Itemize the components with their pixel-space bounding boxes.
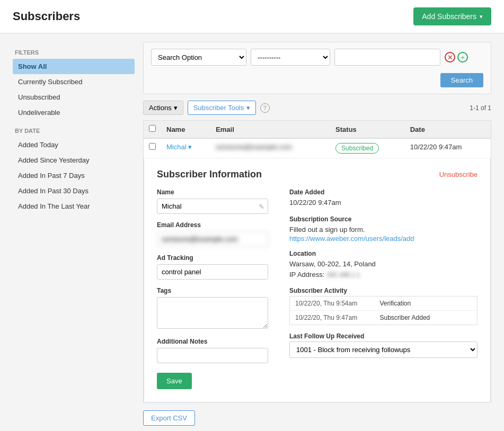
unsubscribe-link[interactable]: Unsubscribe bbox=[439, 170, 478, 178]
subscriber-tools-chevron-icon: ▾ bbox=[246, 104, 250, 112]
filters-label: FILTERS bbox=[13, 49, 135, 56]
table-header-checkbox bbox=[144, 121, 162, 139]
remove-search-icon[interactable]: ✕ bbox=[445, 52, 455, 62]
sidebar-item-added-past-7[interactable]: Added In Past 7 Days bbox=[13, 168, 135, 183]
export-row: Export CSV bbox=[143, 410, 491, 426]
sidebar-item-currently-subscribed[interactable]: Currently Subscribed bbox=[13, 74, 135, 89]
search-option-select[interactable]: Search Option Name Email Ad Tracking Tag… bbox=[151, 49, 246, 66]
row-status-cell: Subscribed bbox=[330, 138, 405, 158]
row-date-cell: 10/22/20 9:47am bbox=[405, 138, 491, 158]
toolbar: Actions ▾ Subscriber Tools ▾ ? 1-1 of 1 bbox=[143, 101, 491, 115]
name-chevron-icon: ▾ bbox=[188, 143, 192, 151]
followup-label: Last Follow Up Received bbox=[289, 333, 478, 340]
subscriber-tools-dropdown-button[interactable]: Subscriber Tools ▾ bbox=[188, 101, 256, 115]
name-label: Name bbox=[157, 188, 268, 196]
help-icon[interactable]: ? bbox=[260, 103, 270, 113]
add-subscribers-button[interactable]: Add Subscribers ▾ bbox=[413, 7, 491, 25]
activity-date-2: 10/22/20, Thu 9:47am bbox=[290, 311, 375, 325]
add-subscribers-chevron-icon: ▾ bbox=[480, 13, 483, 20]
activity-row: 10/22/20, Thu 9:54am Verification bbox=[290, 297, 478, 311]
tags-label: Tags bbox=[157, 287, 268, 294]
name-input[interactable] bbox=[157, 199, 268, 214]
email-label: Email Address bbox=[157, 221, 268, 229]
main-content: FILTERS Show All Currently Subscribed Un… bbox=[0, 33, 504, 431]
search-icons: ✕ + bbox=[445, 52, 468, 62]
subscriber-activity-label: Subscriber Activity bbox=[289, 287, 478, 294]
info-columns: Name ✎ Email Address bbox=[157, 188, 478, 389]
sidebar-item-unsubscribed[interactable]: Unsubscribed bbox=[13, 89, 135, 105]
subscriber-name-link[interactable]: Michal ▾ bbox=[166, 143, 205, 151]
subscription-source-text: Filled out a sign up form. bbox=[289, 225, 478, 235]
right-panel: Search Option Name Email Ad Tracking Tag… bbox=[143, 42, 491, 426]
by-date-label: BY DATE bbox=[13, 128, 135, 134]
subscriber-info-row: Subscriber Information Unsubscribe Name bbox=[144, 158, 491, 403]
sidebar-item-show-all[interactable]: Show All bbox=[13, 59, 135, 74]
status-badge: Subscribed bbox=[335, 143, 379, 154]
name-field-group: Name ✎ bbox=[157, 188, 268, 214]
search-bar: Search Option Name Email Ad Tracking Tag… bbox=[143, 42, 491, 94]
subscription-source-link[interactable]: https://www.aweber.com/users/leads/add bbox=[289, 235, 414, 243]
info-right-column: Date Added 10/22/20 9:47am Subscription … bbox=[289, 188, 478, 389]
toolbar-left: Actions ▾ Subscriber Tools ▾ ? bbox=[143, 101, 270, 115]
activity-date-1: 10/22/20, Thu 9:54am bbox=[290, 297, 375, 311]
ad-tracking-field-group: Ad Tracking bbox=[157, 254, 268, 280]
sidebar-item-added-since-yesterday[interactable]: Added Since Yesterday bbox=[13, 152, 135, 168]
date-added-value: 10/22/20 9:47am bbox=[289, 197, 478, 208]
info-panel-header: Subscriber Information Unsubscribe bbox=[157, 169, 478, 180]
pagination-info: 1-1 of 1 bbox=[470, 104, 491, 112]
activity-event-2: Subscriber Added bbox=[375, 311, 478, 325]
subscriber-activity-section: Subscriber Activity 10/22/20, Thu 9:54am… bbox=[289, 287, 478, 325]
ad-tracking-input[interactable] bbox=[157, 264, 268, 280]
additional-notes-field-group: Additional Notes bbox=[157, 338, 268, 363]
sidebar: FILTERS Show All Currently Subscribed Un… bbox=[13, 42, 135, 426]
actions-dropdown-button[interactable]: Actions ▾ bbox=[143, 101, 183, 115]
activity-event-1: Verification bbox=[375, 297, 478, 311]
search-middle-select[interactable]: ---------- is contains begins with bbox=[251, 49, 330, 66]
save-button[interactable]: Save bbox=[157, 373, 192, 389]
subscription-source-label: Subscription Source bbox=[289, 216, 478, 223]
table-header-date: Date bbox=[405, 121, 491, 139]
additional-notes-input[interactable] bbox=[157, 348, 268, 363]
subscribers-table: Name Email Status Date Michal bbox=[143, 120, 491, 403]
ip-address-label: IP Address: bbox=[289, 271, 324, 279]
table-header-status: Status bbox=[330, 121, 405, 139]
row-checkbox[interactable] bbox=[149, 143, 156, 150]
export-csv-button[interactable]: Export CSV bbox=[143, 410, 195, 426]
additional-notes-label: Additional Notes bbox=[157, 338, 268, 345]
table-header-name: Name bbox=[161, 121, 210, 139]
search-button[interactable]: Search bbox=[440, 73, 483, 87]
activity-table: 10/22/20, Thu 9:54am Verification 10/22/… bbox=[289, 296, 478, 325]
date-added-label: Date Added bbox=[289, 188, 478, 196]
add-search-icon[interactable]: + bbox=[457, 52, 468, 62]
row-checkbox-cell bbox=[144, 138, 162, 158]
row-email-cell: someone@example.com bbox=[210, 138, 330, 158]
top-header: Subscribers Add Subscribers ▾ bbox=[0, 0, 504, 33]
ad-tracking-label: Ad Tracking bbox=[157, 254, 268, 262]
actions-chevron-icon: ▾ bbox=[174, 104, 178, 112]
search-text-input[interactable] bbox=[334, 49, 440, 66]
activity-row: 10/22/20, Thu 9:47am Subscriber Added bbox=[290, 311, 478, 325]
location-value: Warsaw, 00-202, 14, Poland bbox=[289, 259, 478, 270]
email-input[interactable] bbox=[157, 231, 268, 247]
table-row[interactable]: Michal ▾ someone@example.com Subscribed … bbox=[144, 138, 491, 158]
edit-icon: ✎ bbox=[259, 202, 264, 210]
date-added-section: Date Added 10/22/20 9:47am bbox=[289, 188, 478, 208]
sidebar-item-added-past-30[interactable]: Added In Past 30 Days bbox=[13, 183, 135, 199]
followup-select[interactable]: 1001 - Block from receiving followups No… bbox=[289, 342, 478, 358]
subscription-source-section: Subscription Source Filled out a sign up… bbox=[289, 216, 478, 243]
location-section: Location Warsaw, 00-202, 14, Poland IP A… bbox=[289, 250, 478, 280]
sidebar-item-added-last-year[interactable]: Added In The Last Year bbox=[13, 199, 135, 214]
ip-address-value: 192.168.1.1 bbox=[326, 270, 360, 280]
subscriber-email: someone@example.com bbox=[216, 143, 292, 151]
info-panel-title: Subscriber Information bbox=[157, 169, 262, 180]
row-name-cell: Michal ▾ bbox=[161, 138, 210, 158]
location-label: Location bbox=[289, 250, 478, 257]
sidebar-item-added-today[interactable]: Added Today bbox=[13, 137, 135, 152]
subscriber-info-panel: Subscriber Information Unsubscribe Name bbox=[144, 158, 491, 402]
tags-textarea[interactable] bbox=[157, 297, 268, 329]
sidebar-item-undeliverable[interactable]: Undeliverable bbox=[13, 105, 135, 120]
info-left-column: Name ✎ Email Address bbox=[157, 188, 268, 389]
tags-field-group: Tags bbox=[157, 287, 268, 330]
select-all-checkbox[interactable] bbox=[149, 125, 156, 132]
table-header-email: Email bbox=[210, 121, 330, 139]
